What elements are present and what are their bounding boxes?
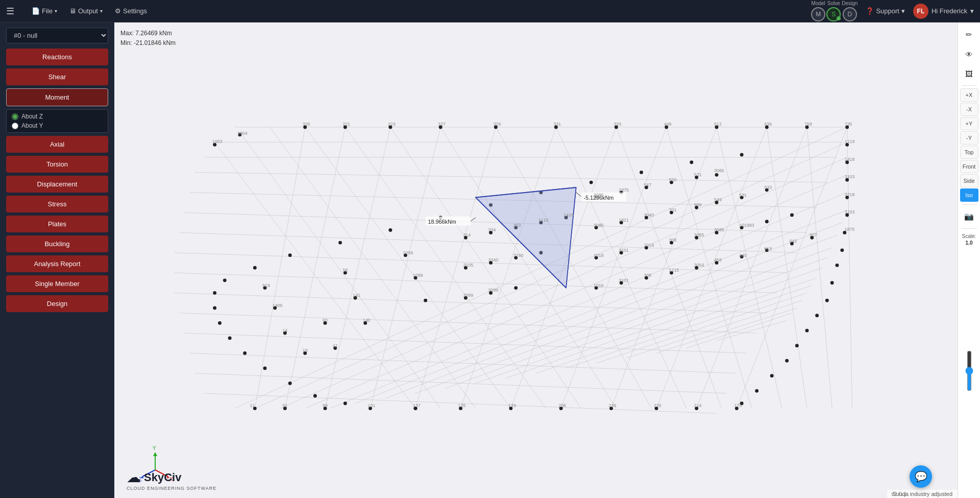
svg-point-107 (344, 401, 347, 405)
mode-design[interactable]: Design D (842, 1, 857, 21)
plus-x-button[interactable]: +X (960, 88, 978, 102)
svg-line-50 (325, 127, 390, 409)
svg-point-104 (263, 366, 267, 370)
axial-button[interactable]: Axial (6, 136, 108, 153)
svg-point-101 (218, 321, 222, 325)
user-button[interactable]: FL Hi Frederick ▾ (913, 4, 974, 19)
svg-line-55 (561, 127, 666, 409)
cloud-icon: ☁ (127, 469, 141, 486)
svg-text:11: 11 (250, 403, 255, 408)
svg-text:3054: 3054 (694, 263, 704, 268)
svg-text:3105: 3105 (463, 263, 473, 268)
svg-point-88 (640, 171, 643, 174)
svg-marker-283 (153, 452, 157, 456)
svg-text:236: 236 (609, 403, 617, 408)
analysis-report-button[interactable]: Analysis Report (6, 255, 108, 272)
user-label: Hi Frederick (932, 7, 967, 15)
load-case-dropdown[interactable]: #0 - null (6, 28, 108, 43)
mode-solve-icon: S (826, 7, 841, 21)
plus-y-button[interactable]: +Y (960, 117, 978, 130)
displacement-button[interactable]: Displacement (6, 176, 108, 193)
svg-text:314: 314 (463, 232, 471, 238)
buckling-button[interactable]: Buckling (6, 235, 108, 252)
svg-text:1821: 1821 (619, 218, 629, 223)
chat-button[interactable]: 💬 (910, 465, 932, 488)
single-member-button[interactable]: Single Member (6, 275, 108, 292)
logo-text: SkyCiv (144, 471, 181, 484)
settings-menu[interactable]: ⚙ Settings (110, 5, 152, 17)
svg-text:1003: 1003 (212, 139, 223, 144)
svg-text:235: 235 (654, 403, 662, 408)
svg-text:19: 19 (303, 348, 308, 353)
torsion-button[interactable]: Torsion (6, 156, 108, 173)
svg-text:308: 308 (669, 238, 677, 243)
moment-button[interactable]: Moment (6, 88, 108, 106)
svg-point-116 (830, 281, 834, 284)
main-layout: #0 - null Reactions Shear Moment About Z… (0, 22, 980, 498)
mode-design-icon: D (843, 7, 857, 21)
svg-text:3103: 3103 (845, 174, 855, 179)
svg-point-114 (840, 248, 844, 252)
svg-line-28 (596, 293, 807, 363)
svg-text:258: 258 (558, 403, 566, 408)
svg-text:135: 135 (458, 403, 466, 408)
topbar: ☰ 📄 File ▾ 🖥 Output ▾ ⚙ Settings Model M… (0, 0, 980, 22)
svg-text:353: 353 (513, 223, 521, 228)
about-z-radio[interactable] (12, 113, 18, 120)
svg-text:101983: 101983 (739, 223, 754, 228)
svg-line-27 (566, 286, 812, 368)
shear-button[interactable]: Shear (6, 68, 108, 85)
edit-button[interactable]: ✏ (960, 26, 978, 44)
svg-point-106 (313, 394, 317, 398)
svg-text:1018: 1018 (594, 253, 604, 258)
mode-solve[interactable]: Solve S (826, 1, 841, 21)
visibility-button[interactable]: 👁 (960, 45, 978, 63)
about-z-option[interactable]: About Z (12, 113, 103, 120)
menu-icon[interactable]: ☰ (6, 6, 18, 17)
scale-slider[interactable] (964, 350, 975, 391)
svg-point-117 (825, 299, 829, 302)
output-icon: 🖥 (69, 7, 76, 15)
svg-text:550: 550 (669, 177, 677, 182)
svg-point-99 (213, 291, 216, 295)
about-y-option[interactable]: About Y (12, 122, 103, 129)
svg-line-51 (371, 127, 441, 409)
minus-y-button[interactable]: -Y (960, 131, 978, 145)
about-y-radio[interactable] (12, 123, 18, 129)
svg-point-123 (755, 389, 758, 393)
svg-line-40 (496, 127, 651, 409)
output-menu[interactable]: 🖥 Output ▾ (64, 5, 108, 17)
svg-text:636: 636 (764, 122, 772, 127)
svg-text:549: 549 (714, 197, 722, 202)
camera-button[interactable]: 📷 (960, 207, 978, 226)
canvas-area[interactable]: Max: 7.26469 kNm Min: -21.01846 kNm (114, 22, 958, 498)
svg-line-47 (847, 127, 852, 409)
design-button[interactable]: Design (6, 295, 108, 312)
svg-point-95 (338, 241, 342, 245)
about-y-label: About Y (21, 122, 43, 129)
svg-text:3085: 3085 (714, 227, 724, 232)
svg-text:141: 141 (353, 293, 360, 298)
stress-button[interactable]: Stress (6, 196, 108, 212)
svg-line-20 (355, 210, 847, 404)
side-button[interactable]: Side (960, 174, 978, 187)
image-button[interactable]: 🖼 (960, 64, 978, 83)
svg-text:333: 333 (614, 122, 621, 127)
svg-line-25 (506, 268, 822, 378)
front-button[interactable]: Front (960, 160, 978, 173)
file-menu[interactable]: 📄 File ▾ (27, 5, 62, 17)
mode-model[interactable]: Model M (811, 1, 825, 21)
support-button[interactable]: ❓ Support ▾ (866, 7, 905, 15)
plates-button[interactable]: Plates (6, 216, 108, 232)
svg-text:3218: 3218 (845, 192, 855, 197)
svg-line-49 (285, 127, 345, 409)
reactions-button[interactable]: Reactions (6, 49, 108, 65)
svg-text:334: 334 (488, 227, 496, 232)
svg-text:133: 133 (508, 403, 516, 408)
svg-text:14: 14 (282, 328, 287, 333)
minus-x-button[interactable]: -X (960, 103, 978, 116)
iso-button[interactable]: Iso (960, 188, 978, 202)
top-button[interactable]: Top (960, 146, 978, 159)
svg-text:449: 449 (664, 122, 672, 127)
svg-text:99: 99 (323, 403, 328, 408)
